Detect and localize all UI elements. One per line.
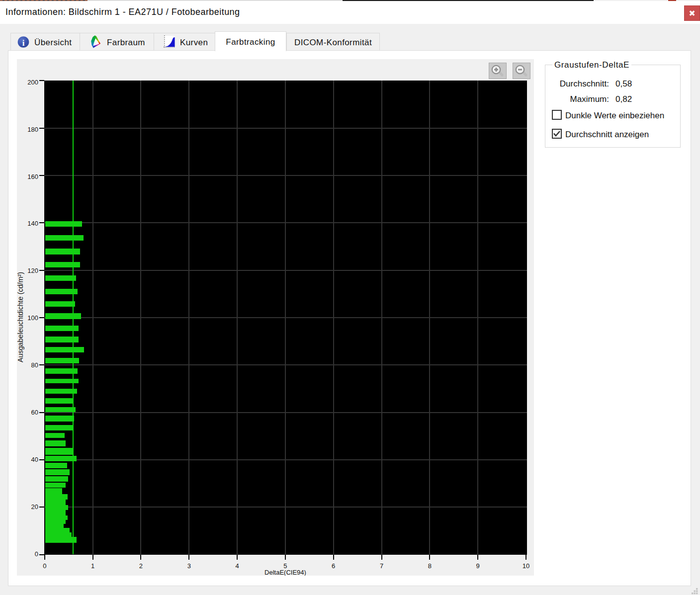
svg-text:100: 100 (27, 314, 38, 322)
svg-text:0: 0 (35, 550, 38, 558)
svg-text:40: 40 (31, 456, 38, 463)
svg-text:4: 4 (235, 562, 239, 570)
svg-text:9: 9 (476, 562, 480, 570)
svg-text:140: 140 (27, 220, 38, 227)
svg-text:10: 10 (523, 562, 529, 570)
svg-text:Ausgabeleuchtdichte (cd/m²): Ausgabeleuchtdichte (cd/m²) (17, 272, 24, 362)
svg-text:2: 2 (139, 562, 143, 570)
svg-text:180: 180 (27, 126, 38, 133)
svg-text:60: 60 (31, 409, 38, 416)
svg-text:120: 120 (27, 267, 38, 274)
svg-text:7: 7 (380, 562, 383, 570)
svg-text:i: i (22, 38, 25, 48)
svg-text:80: 80 (31, 361, 38, 369)
svg-text:1: 1 (91, 562, 94, 570)
svg-text:DeltaE(CIE94): DeltaE(CIE94) (264, 569, 306, 576)
svg-text:20: 20 (31, 503, 38, 510)
svg-text:3: 3 (187, 562, 191, 570)
svg-text:160: 160 (27, 173, 38, 180)
svg-text:0: 0 (43, 562, 46, 570)
svg-text:8: 8 (428, 562, 432, 570)
svg-text:6: 6 (332, 562, 335, 570)
svg-text:200: 200 (27, 79, 38, 86)
